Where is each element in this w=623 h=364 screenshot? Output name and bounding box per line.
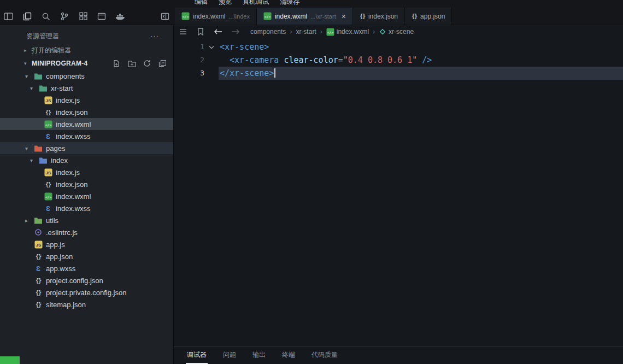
ide-window: 编辑预览真机调试清缓存 </>index.wxml...\index</>ind… — [0, 0, 623, 364]
menu-item-2[interactable]: 真机调试 — [243, 0, 269, 8]
wxml-icon: </> — [44, 192, 52, 201]
file-index.wxml[interactable]: </>index.wxml — [0, 118, 173, 130]
folder-components[interactable]: ▾components — [0, 70, 173, 82]
window-icon[interactable] — [96, 11, 107, 22]
menu-item-1[interactable]: 预览 — [219, 0, 232, 8]
panel-tab-终端[interactable]: 终端 — [281, 347, 296, 364]
code-text[interactable]: <xr-camera clear-color="0.4 0.8 0.6 1" /… — [219, 54, 623, 67]
code-line-3[interactable]: 3</xr-scene> — [174, 67, 623, 80]
code-text[interactable]: <xr-scene> — [219, 40, 623, 54]
breadcrumb-item-components[interactable]: components — [250, 28, 286, 36]
panel-tab-输出[interactable]: 输出 — [251, 347, 267, 364]
project-name-label: MINIPROGRAM-4 — [32, 60, 88, 67]
breadcrumb-item-xr-scene[interactable]: xr-scene — [379, 28, 414, 36]
svg-text:</>: </> — [45, 195, 51, 199]
folder-index[interactable]: ▾index — [0, 154, 173, 166]
line-number: 1 — [174, 40, 204, 54]
chevron-down-icon[interactable]: ▾ — [30, 85, 39, 91]
chevron-down-icon[interactable]: ▾ — [25, 73, 34, 79]
file-sitemap.json[interactable]: {}sitemap.json — [0, 298, 173, 310]
code-line-1[interactable]: 1<xr-scene> — [174, 40, 623, 54]
folder-icon — [34, 144, 43, 152]
folder-pages[interactable]: ▾pages — [0, 142, 173, 154]
code-line-2[interactable]: 2 <xr-camera clear-color="0.4 0.8 0.6 1"… — [174, 54, 623, 67]
tab-detail: ...\index — [228, 13, 250, 20]
file-project.config.json[interactable]: {}project.config.json — [0, 274, 173, 286]
file-index.js[interactable]: JSindex.js — [0, 166, 173, 178]
tab-3-app.json[interactable]: {}app.json — [405, 8, 452, 25]
svg-text:</>: </> — [45, 122, 51, 127]
json-icon: {} — [34, 288, 43, 297]
source-control-icon[interactable] — [59, 11, 70, 22]
file-tree: ▾components▾xr-startJSindex.js{}index.js… — [0, 70, 173, 364]
tab-2-index.json[interactable]: {}index.json — [353, 8, 405, 25]
file-.eslintrc.js[interactable]: .eslintrc.js — [0, 226, 173, 238]
collapse-all-icon[interactable] — [158, 59, 167, 68]
folder-xr-start[interactable]: ▾xr-start — [0, 82, 173, 94]
breadcrumb-item-index.wxml[interactable]: </>index.wxml — [326, 28, 369, 36]
tab-label: index.json — [368, 13, 398, 20]
file-index.json[interactable]: {}index.json — [0, 106, 173, 118]
refresh-icon[interactable] — [143, 59, 151, 68]
tree-item-label: utils — [46, 216, 58, 225]
panel-tab-调试器[interactable]: 调试器 — [186, 347, 208, 364]
main-area: 资源管理器 ··· ▸ 打开的编辑器 ▾ MINIPROGRAM-4 ▾comp… — [0, 25, 623, 364]
panel-tab-问题[interactable]: 问题 — [222, 347, 237, 364]
activity-icon-bar — [0, 8, 175, 25]
tab-1-index.wxml[interactable]: </>index.wxml...\xr-start× — [257, 8, 353, 25]
open-editors-section[interactable]: ▸ 打开的编辑器 — [0, 44, 173, 57]
file-project.private.config.json[interactable]: {}project.private.config.json — [0, 286, 173, 298]
folder-icon — [39, 156, 48, 165]
symbol-icon — [379, 28, 386, 36]
tree-item-label: index.wxss — [56, 132, 91, 140]
bookmark-icon[interactable] — [196, 27, 205, 36]
project-section[interactable]: ▾ MINIPROGRAM-4 — [0, 57, 173, 70]
files-icon[interactable] — [22, 11, 33, 22]
panel-layout-icon[interactable] — [3, 11, 14, 22]
panel-tab-代码质量[interactable]: 代码质量 — [310, 347, 339, 364]
code-text[interactable]: </xr-scene> — [219, 67, 623, 80]
file-index.js[interactable]: JSindex.js — [0, 94, 173, 106]
split-editor-icon[interactable] — [160, 11, 171, 22]
new-file-icon[interactable] — [112, 59, 121, 68]
explorer-sidebar: 资源管理器 ··· ▸ 打开的编辑器 ▾ MINIPROGRAM-4 ▾comp… — [0, 25, 174, 364]
back-arrow-icon[interactable] — [213, 27, 223, 36]
editor-area: components›xr-start›</>index.wxml›xr-sce… — [174, 25, 623, 364]
svg-text:JS: JS — [36, 243, 41, 248]
breadcrumb-separator: › — [373, 28, 375, 36]
docker-icon[interactable] — [115, 11, 126, 22]
folder-utils[interactable]: ▸utils — [0, 214, 173, 226]
file-index.wxss[interactable]: Ɛindex.wxss — [0, 130, 173, 142]
line-number: 2 — [174, 54, 204, 67]
code-area[interactable]: 1<xr-scene>2 <xr-camera clear-color="0.4… — [174, 38, 623, 347]
file-index.wxml[interactable]: </>index.wxml — [0, 190, 173, 202]
new-folder-icon[interactable] — [127, 59, 136, 68]
menu-item-3[interactable]: 清缓存 — [280, 0, 299, 8]
file-app.json[interactable]: {}app.json — [0, 250, 173, 262]
chevron-down-icon[interactable]: ▾ — [25, 145, 34, 151]
wxml-icon: </> — [263, 12, 272, 20]
forward-arrow-icon[interactable] — [231, 27, 240, 36]
file-app.js[interactable]: JSapp.js — [0, 238, 173, 250]
fold-chevron-icon[interactable] — [204, 40, 219, 54]
explorer-header: 资源管理器 ··· — [0, 28, 173, 44]
chevron-down-icon[interactable]: ▾ — [30, 157, 39, 163]
more-actions-button[interactable]: ··· — [150, 34, 159, 38]
breadcrumb-item-xr-start[interactable]: xr-start — [296, 28, 316, 36]
menu-item-0[interactable]: 编辑 — [195, 0, 208, 8]
tab-0-index.wxml[interactable]: </>index.wxml...\index — [175, 8, 257, 25]
file-app.wxss[interactable]: Ɛapp.wxss — [0, 262, 173, 274]
line-number: 3 — [174, 67, 204, 80]
extensions-icon[interactable] — [78, 11, 89, 22]
tree-item-label: index.js — [56, 168, 80, 177]
status-corner[interactable] — [0, 356, 20, 364]
wxml-icon: </> — [326, 28, 334, 36]
tab-close-button[interactable]: × — [342, 13, 346, 20]
chevron-right-icon[interactable]: ▸ — [25, 218, 34, 224]
file-index.wxss[interactable]: Ɛindex.wxss — [0, 202, 173, 214]
tab-label: index.wxml — [275, 13, 307, 20]
json-icon: {} — [34, 300, 43, 309]
search-icon[interactable] — [40, 11, 51, 22]
file-index.json[interactable]: {}index.json — [0, 178, 173, 190]
outline-icon[interactable] — [178, 27, 188, 36]
